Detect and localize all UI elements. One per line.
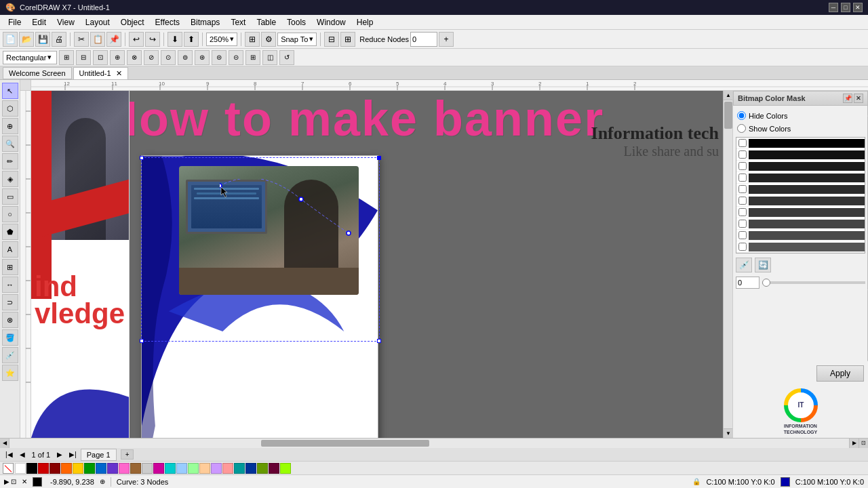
open-button[interactable]: 📂 bbox=[19, 32, 34, 47]
color-check-3[interactable] bbox=[738, 162, 747, 170]
color-check-9[interactable] bbox=[738, 231, 747, 239]
hscroll-expand[interactable]: ⊡ bbox=[859, 439, 868, 448]
shape-opt9[interactable]: ⊛ bbox=[195, 50, 210, 65]
shape-opt8[interactable]: ⊚ bbox=[178, 50, 193, 65]
color-check-1[interactable] bbox=[738, 139, 747, 147]
coord-icon[interactable]: ⊕ bbox=[100, 478, 105, 485]
color-row-6[interactable] bbox=[736, 195, 865, 207]
color-check-4[interactable] bbox=[738, 174, 747, 182]
color-row-9[interactable] bbox=[736, 230, 865, 241]
panel-close-button[interactable]: ✕ bbox=[854, 94, 863, 103]
new-button[interactable]: 📄 bbox=[3, 32, 18, 47]
add-page-button[interactable]: + bbox=[121, 449, 134, 460]
apply-button[interactable]: Apply bbox=[816, 365, 864, 382]
menu-help[interactable]: Help bbox=[351, 16, 379, 28]
shape-opt12[interactable]: ⊞ bbox=[245, 50, 260, 65]
color-chip-lime[interactable] bbox=[280, 463, 291, 474]
close-icon[interactable]: ✕ bbox=[22, 478, 27, 485]
zoom-dropdown[interactable]: 250% ▾ bbox=[206, 33, 237, 46]
color-chip-salmon[interactable] bbox=[222, 463, 233, 474]
connector-tool[interactable]: ⊃ bbox=[2, 294, 18, 310]
options-button[interactable]: ⚙ bbox=[261, 32, 276, 47]
panel-pin-button[interactable]: 📌 bbox=[843, 94, 852, 103]
ellipse-tool[interactable]: ○ bbox=[2, 206, 18, 222]
shape-opt14[interactable]: ↺ bbox=[279, 50, 294, 65]
paste-button[interactable]: 📌 bbox=[106, 32, 121, 47]
tab-close-icon[interactable]: ✕ bbox=[116, 69, 122, 77]
color-check-7[interactable] bbox=[738, 208, 747, 216]
vscroll-thumb[interactable] bbox=[724, 102, 732, 129]
shape-opt10[interactable]: ⊜ bbox=[212, 50, 226, 65]
text-tool[interactable]: A bbox=[2, 241, 18, 258]
crop-tool[interactable]: ⊕ bbox=[2, 118, 18, 134]
undo-button[interactable]: ↩ bbox=[129, 32, 144, 47]
page-prev[interactable]: ◀ bbox=[17, 450, 28, 459]
menu-table[interactable]: Table bbox=[251, 16, 281, 28]
hide-colors-radio[interactable] bbox=[737, 111, 746, 120]
color-row-3[interactable] bbox=[736, 161, 865, 172]
shape-opt1[interactable]: ⊞ bbox=[59, 50, 74, 65]
menu-tools[interactable]: Tools bbox=[281, 16, 311, 28]
vertical-scrollbar[interactable]: ▲ ▼ bbox=[723, 91, 732, 438]
menu-text[interactable]: Text bbox=[225, 16, 251, 28]
select-tool[interactable]: ↖ bbox=[2, 83, 18, 99]
no-color-chip[interactable] bbox=[3, 463, 14, 474]
color-chip-lightgreen[interactable] bbox=[188, 463, 199, 474]
shape-opt4[interactable]: ⊕ bbox=[110, 50, 125, 65]
color-chip-olive[interactable] bbox=[257, 463, 268, 474]
tab-untitled[interactable]: Untitled-1 ✕ bbox=[73, 67, 128, 79]
nav-icon2[interactable]: ⊡ bbox=[11, 478, 16, 485]
tolerance-slider[interactable] bbox=[762, 281, 865, 284]
hscroll-right[interactable]: ▶ bbox=[849, 439, 859, 448]
page-last[interactable]: ▶| bbox=[66, 450, 79, 459]
show-colors-radio[interactable] bbox=[737, 124, 746, 133]
polygon-tool[interactable]: ⬟ bbox=[2, 224, 18, 240]
minimize-button[interactable]: ─ bbox=[829, 3, 838, 12]
blend-tool[interactable]: ⊗ bbox=[2, 312, 18, 328]
zoom-tool[interactable]: 🔍 bbox=[2, 136, 18, 152]
cut-button[interactable]: ✂ bbox=[74, 32, 89, 47]
eyedropper-mask-button[interactable]: 💉 bbox=[736, 258, 752, 272]
shape-opt6[interactable]: ⊘ bbox=[144, 50, 159, 65]
shape-opt5[interactable]: ⊗ bbox=[127, 50, 142, 65]
canvas-area[interactable]: How to make banner Information tech Like… bbox=[31, 91, 732, 438]
distribute-button[interactable]: ⊞ bbox=[340, 32, 355, 47]
fill-tool[interactable]: 🪣 bbox=[2, 329, 18, 346]
add-node-button[interactable]: + bbox=[439, 32, 454, 47]
color-chip-maroon[interactable] bbox=[269, 463, 279, 474]
tab-welcome[interactable]: Welcome Screen bbox=[3, 67, 72, 79]
shape-opt11[interactable]: ⊝ bbox=[229, 50, 243, 65]
menu-edit[interactable]: Edit bbox=[26, 16, 52, 28]
color-chip-yellow[interactable] bbox=[73, 463, 83, 474]
menu-window[interactable]: Window bbox=[311, 16, 351, 28]
interactive-tool[interactable]: ⭐ bbox=[2, 365, 18, 381]
color-chip-brown[interactable] bbox=[130, 463, 141, 474]
page-next[interactable]: ▶ bbox=[54, 450, 65, 459]
color-chip-teal[interactable] bbox=[234, 463, 245, 474]
color-chip-orange[interactable] bbox=[61, 463, 72, 474]
shape-tool[interactable]: ⬡ bbox=[2, 100, 18, 117]
page-tab-1[interactable]: Page 1 bbox=[81, 449, 117, 461]
export-button[interactable]: ⬆ bbox=[184, 32, 199, 47]
freehand-tool[interactable]: ✏ bbox=[2, 153, 18, 169]
menu-file[interactable]: File bbox=[3, 16, 26, 28]
color-chip-gray[interactable] bbox=[142, 463, 153, 474]
nav-icon1[interactable]: ▶ bbox=[4, 478, 9, 485]
shape-opt7[interactable]: ⊙ bbox=[161, 50, 176, 65]
rectangle-tool[interactable]: ▭ bbox=[2, 188, 18, 205]
color-chip-red[interactable] bbox=[38, 463, 49, 474]
color-chip-peach[interactable] bbox=[199, 463, 210, 474]
menu-view[interactable]: View bbox=[52, 16, 80, 28]
import-button[interactable]: ⬇ bbox=[167, 32, 182, 47]
dimension-tool[interactable]: ↔ bbox=[2, 277, 18, 293]
color-chip-darkred[interactable] bbox=[50, 463, 60, 474]
snap-button[interactable]: ⊞ bbox=[245, 32, 260, 47]
eyedropper-tool[interactable]: 💉 bbox=[2, 347, 18, 363]
menu-layout[interactable]: Layout bbox=[80, 16, 115, 28]
color-chip-navy[interactable] bbox=[245, 463, 256, 474]
color-row-5[interactable] bbox=[736, 184, 865, 195]
hscroll-track[interactable] bbox=[9, 439, 849, 448]
color-chip-lavender[interactable] bbox=[211, 463, 222, 474]
align-button[interactable]: ⊟ bbox=[324, 32, 339, 47]
shape-opt13[interactable]: ◫ bbox=[262, 50, 277, 65]
